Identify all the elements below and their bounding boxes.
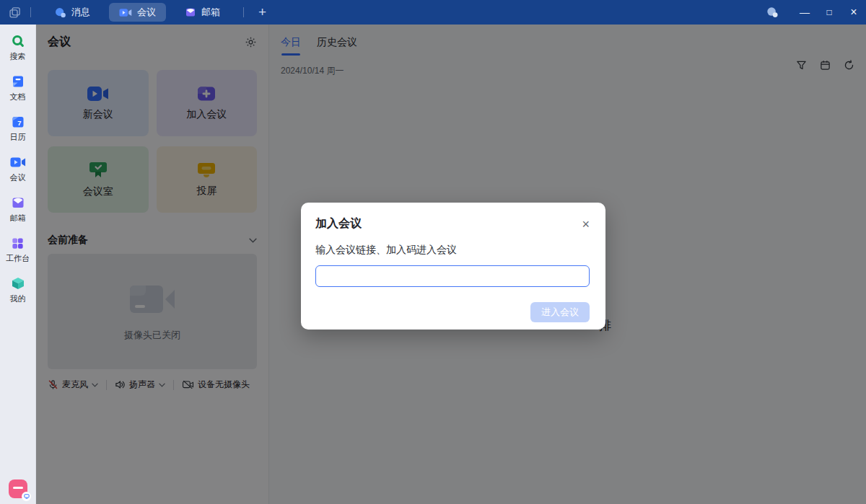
workspace-icon[interactable] [7,5,22,19]
sidebar-item-mine[interactable]: 我的 [0,275,36,304]
sidebar-item-label: 邮箱 [10,213,26,224]
sidebar-item-search[interactable]: 搜索 [0,32,36,62]
meeting-camera-icon [9,154,27,171]
close-icon[interactable]: × [582,218,590,231]
calendar-day-number: 7 [17,119,21,127]
window-maximize-button[interactable]: □ [817,0,841,25]
sidebar-item-docs[interactable]: 文档 [0,73,36,102]
sidebar-item-label: 我的 [10,293,26,304]
sidebar-item-label: 会议 [10,172,26,183]
search-icon [9,32,27,50]
app-sidebar: 搜索 文档 7 日历 会议 [0,25,36,504]
tab-meeting[interactable]: 会议 [109,3,166,22]
titlebar: 消息 会议 邮箱 + — □ × [0,0,866,25]
enter-meeting-button[interactable]: 进入会议 [530,302,590,322]
chat-icon [54,6,66,19]
tab-messages[interactable]: 消息 [44,3,100,22]
sidebar-item-label: 日历 [10,132,26,143]
calendar-icon: 7 [9,113,27,131]
screen-share-badge-icon [22,492,31,501]
tab-label: 消息 [71,6,90,19]
sidebar-item-mail[interactable]: 邮箱 [0,194,36,224]
window-close-button[interactable]: × [841,0,866,25]
dialog-instruction: 输入会议链接、加入码进入会议 [315,244,590,257]
docs-icon [9,73,27,90]
dialog-title: 加入会议 [315,216,362,231]
status-dnd-icon[interactable] [9,479,27,498]
window-minimize-button[interactable]: — [792,0,817,25]
sidebar-item-workbench[interactable]: 工作台 [0,234,36,264]
meeting-link-input[interactable] [315,265,590,287]
sidebar-item-meeting[interactable]: 会议 [0,154,36,183]
sidebar-item-label: 文档 [10,92,26,102]
tab-mail[interactable]: 邮箱 [175,3,230,22]
assistant-icon[interactable] [765,6,779,19]
workbench-icon [9,234,27,252]
sidebar-item-label: 搜索 [10,51,26,62]
sidebar-item-calendar[interactable]: 7 日历 [0,113,36,143]
sidebar-item-label: 工作台 [6,253,30,264]
cube-icon [9,275,27,292]
mail-icon [9,194,27,211]
titlebar-divider [30,7,31,17]
mail-icon [185,6,196,18]
titlebar-divider [243,7,244,17]
join-meeting-dialog: 加入会议 × 输入会议链接、加入码进入会议 进入会议 [301,203,605,330]
add-tab-button[interactable]: + [253,3,272,22]
dnd-dash [13,487,23,489]
tab-label: 邮箱 [201,6,220,19]
meeting-camera-icon [119,8,132,17]
tab-label: 会议 [137,6,156,19]
